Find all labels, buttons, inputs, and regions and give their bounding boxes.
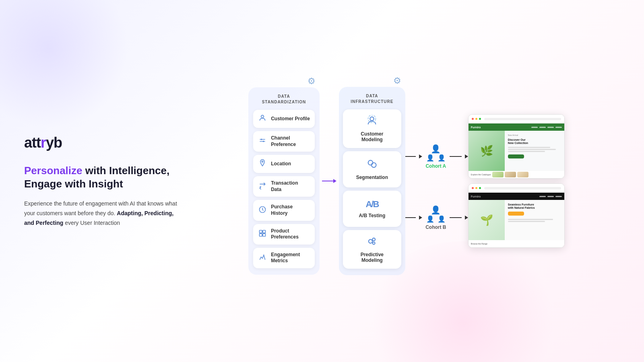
mockup-b: Furniro 🌱 Seamless Furniturewith Natural… <box>468 183 565 248</box>
cohort-a-row: 👤 👤 👤 Cohort A <box>405 144 468 169</box>
card-segmentation: Segmentation <box>343 151 401 187</box>
card-channel-preference: ChannelPreference <box>253 131 315 152</box>
customer-modeling-icon <box>366 115 378 128</box>
card-location: Location <box>253 155 315 173</box>
gallery-item-2 <box>505 172 516 177</box>
svg-rect-5 <box>260 230 262 233</box>
cohort-a: 👤 👤 👤 Cohort A <box>425 144 446 169</box>
mockup-b-body: 🌱 Seamless Furniturewith Natural Fabrics <box>469 200 564 240</box>
svg-point-0 <box>261 115 264 118</box>
headline-highlight: Personalize <box>24 165 83 177</box>
nav-bar-b <box>484 187 561 189</box>
svg-point-12 <box>372 163 376 168</box>
predictive-icon <box>366 236 378 249</box>
mockup-a-text: New Arrival Discover OurNew Collection <box>505 131 564 171</box>
mockup-b-gallery-bar: Browse the Range <box>469 240 564 247</box>
logo-highlight: r <box>41 134 46 151</box>
transaction-icon <box>258 181 267 191</box>
svg-point-2 <box>263 141 264 142</box>
engagement-icon <box>258 253 267 263</box>
ab-testing-label: A/B Testing <box>359 213 385 218</box>
mockup-b-desc <box>508 219 561 222</box>
svg-rect-6 <box>263 230 266 233</box>
room-labels: Living Bedroom <box>469 178 564 179</box>
svg-point-15 <box>373 242 375 245</box>
card-ab-testing: A/B A/B Testing <box>343 191 401 227</box>
predictive-modeling-label: PredictiveModeling <box>361 252 384 263</box>
svg-point-1 <box>261 139 262 140</box>
mockup-b-hero-text: Seamless Furniturewith Natural Fabrics <box>508 203 561 210</box>
std-header: DATASTANDARDIZATION <box>253 94 315 105</box>
cohort-b: 👤 👤 👤 Cohort B <box>425 205 446 230</box>
person-icon <box>258 114 267 124</box>
cohort-b-right-person: 👤 <box>438 215 446 223</box>
engagement-metrics-label: EngagementMetrics <box>271 252 300 264</box>
card-engagement-metrics: EngagementMetrics <box>253 248 315 268</box>
card-transaction-data: TransactionData <box>253 176 315 197</box>
svg-point-14 <box>373 238 376 241</box>
diagram-container: ⚙ DATASTANDARDIZATION Customer Profile C… <box>193 87 620 275</box>
page-container: attryb Personalize with Intelligence,Eng… <box>0 0 644 362</box>
mockup-a-hero-image: 🌿 <box>469 131 505 171</box>
cohort-a-top-person: 👤 <box>431 144 441 154</box>
customer-profile-label: Customer Profile <box>271 116 310 122</box>
nav-dot-green-b <box>479 187 481 189</box>
transaction-data-label: TransactionData <box>271 180 298 193</box>
mockup-b-hero-image: 🌱 <box>469 200 505 240</box>
mockup-b-text: Seamless Furniturewith Natural Fabrics <box>505 200 564 240</box>
location-label: Location <box>271 161 291 167</box>
svg-point-11 <box>368 160 373 165</box>
mockup-a: Furniro 🌿 New Arrival Discover OurNew Co… <box>468 114 565 179</box>
mockup-b-nav <box>469 184 564 193</box>
mockup-a-nav <box>469 115 564 123</box>
nav-bar <box>484 118 561 120</box>
logo: attryb <box>24 134 177 151</box>
cohort-a-right-person: 👤 <box>438 154 446 162</box>
segmentation-label: Segmentation <box>356 175 388 180</box>
mockup-a-gallery: Explore the Catalogue <box>469 171 564 178</box>
mockup-b-brand: Furniro <box>471 195 481 198</box>
cohort-a-left-person: 👤 <box>426 154 434 162</box>
nav-dot-green <box>479 118 481 120</box>
std-to-infra-arrow <box>320 179 339 183</box>
gallery-a-items <box>492 172 528 177</box>
data-standardization-column: ⚙ DATASTANDARDIZATION Customer Profile C… <box>248 87 320 275</box>
card-purchase-history: PurchaseHistory <box>253 200 315 220</box>
product-icon <box>258 229 267 239</box>
channel-icon <box>258 136 267 146</box>
gallery-b-label: Browse the Range <box>471 243 487 245</box>
mockup-a-nav-items <box>531 127 562 128</box>
location-icon <box>258 159 267 169</box>
cohort-section: 👤 👤 👤 Cohort A 👤 👤 👤 <box>405 108 468 254</box>
segmentation-icon <box>366 158 378 171</box>
svg-rect-7 <box>260 234 262 237</box>
card-predictive-modeling: PredictiveModeling <box>343 230 401 269</box>
svg-point-13 <box>369 239 372 243</box>
mockup-a-cta <box>508 154 524 158</box>
infra-header: DATAINFRASTRUCTURE <box>343 93 401 105</box>
mockup-a-desc <box>508 147 561 152</box>
ab-icon: A/B <box>365 199 378 210</box>
card-product-preferences: ProductPreferences <box>253 224 315 245</box>
mockup-a-brand: Furniro <box>471 126 481 129</box>
nav-dot-red-b <box>472 187 474 189</box>
mockup-a-header: Furniro <box>469 123 564 131</box>
mockup-b-header: Furniro <box>469 193 564 200</box>
cohort-a-label: Cohort A <box>425 163 446 169</box>
cohort-b-left-person: 👤 <box>426 215 434 223</box>
mockup-a-pretitle: New Arrival <box>508 134 561 136</box>
cohort-b-top-person: 👤 <box>431 205 441 215</box>
customer-modeling-label: CustomerModeling <box>361 131 383 142</box>
svg-point-3 <box>262 161 263 162</box>
channel-preference-label: ChannelPreference <box>271 135 296 148</box>
gallery-a-label: Explore the Catalogue <box>471 173 491 176</box>
mockup-b-nav-items <box>539 196 562 197</box>
subtext: Experience the future of engagement with… <box>24 199 177 228</box>
card-customer-modeling: CustomerModeling <box>343 109 401 148</box>
headline: Personalize with Intelligence,Engage wit… <box>24 164 177 191</box>
card-customer-profile: Customer Profile <box>253 110 315 128</box>
mockup-b-badge <box>508 212 524 216</box>
mockup-a-body: 🌿 New Arrival Discover OurNew Collection <box>469 131 564 171</box>
left-panel: attryb Personalize with Intelligence,Eng… <box>24 134 193 228</box>
nav-dot-red <box>472 118 474 120</box>
